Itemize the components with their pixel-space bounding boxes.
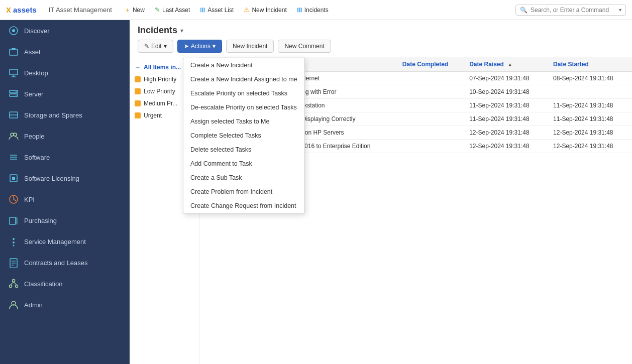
search-bar[interactable]: 🔍 ▾ <box>515 5 626 16</box>
svg-rect-4 <box>10 69 18 75</box>
sidebar-item-storage[interactable]: Storage and Spares <box>0 104 130 126</box>
action-create-change-request[interactable]: Create Change Request from Incident <box>183 199 304 213</box>
content-area: Incidents ▾ ✎ Edit ▾ ➤ Actions ▾ New Inc… <box>130 20 632 364</box>
app-title: IT Asset Management <box>49 6 112 14</box>
svg-point-23 <box>13 238 15 240</box>
search-icon: 🔍 <box>520 7 528 14</box>
urgent-dot <box>135 112 141 118</box>
purchasing-icon <box>8 215 19 226</box>
svg-point-31 <box>10 285 12 288</box>
page-title: Incidents <box>138 25 177 36</box>
cell-date-completed-3 <box>397 112 464 126</box>
nav-new-incident[interactable]: ⚠ New Incident <box>240 4 290 16</box>
actions-arrow-icon: ➤ <box>184 43 189 50</box>
logo-assets: assets <box>13 6 37 14</box>
action-complete-tasks[interactable]: Complete Selected Tasks <box>183 129 304 143</box>
page-header: Incidents ▾ ✎ Edit ▾ ➤ Actions ▾ New Inc… <box>130 20 632 57</box>
sidebar-item-purchasing[interactable]: Purchasing <box>0 210 130 231</box>
cell-date-raised-4: 12-Sep-2024 19:31:48 <box>464 126 548 140</box>
classification-icon <box>8 278 19 289</box>
svg-point-24 <box>13 241 15 244</box>
sidebar-item-admin[interactable]: Admin <box>0 294 130 315</box>
search-input[interactable] <box>531 7 616 14</box>
cell-date-completed-5 <box>397 140 464 153</box>
action-escalate-priority[interactable]: Escalate Priority on selected Tasks <box>183 86 304 100</box>
sidebar-item-contracts[interactable]: Contracts and Leases <box>0 252 130 273</box>
sidebar-item-software[interactable]: Software <box>0 147 130 168</box>
nav-new-label: New <box>133 7 145 14</box>
sidebar-item-discover[interactable]: Discover <box>0 20 130 41</box>
high-priority-dot <box>135 76 141 82</box>
nav-links: ＋ New ✎ Last Asset ⊞ Asset List ⚠ New In… <box>120 4 507 17</box>
sidebar-item-server[interactable]: Server <box>0 83 130 104</box>
page-title-arrow-icon[interactable]: ▾ <box>180 27 183 34</box>
sidebar-item-softlic-label: Software Licensing <box>24 175 79 182</box>
action-create-subtask[interactable]: Create a Sub Task <box>183 171 304 185</box>
nav-new[interactable]: ＋ New <box>120 4 149 17</box>
incidents-icon: ⊞ <box>297 6 302 14</box>
edit-button[interactable]: ✎ Edit ▾ <box>138 40 173 53</box>
cell-date-started-5: 12-Sep-2024 19:31:48 <box>548 140 632 153</box>
sidebar-item-people[interactable]: People <box>0 126 130 147</box>
actions-button[interactable]: ➤ Actions ▾ <box>177 40 222 53</box>
nav-asset-list[interactable]: ⊞ Asset List <box>196 4 238 16</box>
filter-low-label: Low Priority <box>144 88 175 95</box>
cell-date-raised-1: 10-Sep-2024 19:31:48 <box>464 85 548 99</box>
nav-last-asset-label: Last Asset <box>162 7 190 14</box>
action-assign-to-me[interactable]: Assign selected Tasks to Me <box>183 114 304 129</box>
main-layout: Discover Asset Desktop Server Storage an… <box>0 20 632 364</box>
desktop-icon <box>8 67 19 78</box>
top-nav: xassets IT Asset Management ＋ New ✎ Last… <box>0 0 632 20</box>
sidebar-item-kpi-label: KPI <box>24 196 35 203</box>
filter-urgent-label: Urgent <box>144 112 162 119</box>
sidebar-item-storage-label: Storage and Spares <box>24 111 82 119</box>
action-create-problem[interactable]: Create Problem from Incident <box>183 185 304 199</box>
action-add-comment[interactable]: Add Comment to Task <box>183 157 304 171</box>
discover-icon <box>8 25 19 36</box>
new-comment-button[interactable]: New Comment <box>278 40 331 53</box>
admin-icon <box>8 299 19 310</box>
col-date-raised[interactable]: Date Raised ▲ <box>464 57 548 72</box>
edit-pencil-icon: ✎ <box>144 43 149 50</box>
nav-last-asset[interactable]: ✎ Last Asset <box>151 4 194 16</box>
cell-date-completed-2 <box>397 99 464 112</box>
sidebar-item-softlic[interactable]: Software Licensing <box>0 168 130 189</box>
svg-point-14 <box>14 133 17 136</box>
filter-medium-label: Medium Pr... <box>144 100 177 107</box>
service-icon <box>8 236 19 247</box>
sidebar-item-service[interactable]: Service Management <box>0 231 130 252</box>
action-deescalate-priority[interactable]: De-escalate Priority on selected Tasks <box>183 100 304 114</box>
nav-new-incident-label: New Incident <box>252 7 286 14</box>
logo[interactable]: xassets <box>6 5 37 15</box>
logo-x: x <box>6 5 11 15</box>
medium-priority-dot <box>135 100 141 106</box>
sidebar-item-kpi[interactable]: KPI <box>0 189 130 210</box>
cell-date-started-1 <box>548 85 632 99</box>
edit-chevron-icon: ▾ <box>164 43 167 50</box>
col-date-started[interactable]: Date Started <box>548 57 632 72</box>
svg-rect-22 <box>16 217 18 224</box>
cell-date-raised-0: 07-Sep-2024 19:31:48 <box>464 72 548 85</box>
svg-point-1 <box>12 29 15 32</box>
action-create-new-incident[interactable]: Create a New Incident <box>183 58 304 72</box>
sidebar-item-classification[interactable]: Classification <box>0 273 130 294</box>
softlic-icon <box>8 173 19 184</box>
nav-incidents[interactable]: ⊞ Incidents <box>293 4 333 16</box>
toolbar: ✎ Edit ▾ ➤ Actions ▾ New Incident New Co… <box>138 40 624 57</box>
sidebar-item-purchasing-label: Purchasing <box>24 217 57 224</box>
action-delete-tasks[interactable]: Delete selected Tasks <box>183 143 304 157</box>
sidebar-item-desktop[interactable]: Desktop <box>0 62 130 83</box>
action-create-assigned[interactable]: Create a New Incident Assigned to me <box>183 72 304 86</box>
sidebar: Discover Asset Desktop Server Storage an… <box>0 20 130 364</box>
sidebar-item-people-label: People <box>24 133 44 140</box>
sidebar-item-software-label: Software <box>24 154 50 161</box>
col-date-completed[interactable]: Date Completed <box>397 57 464 72</box>
asset-icon <box>8 46 19 57</box>
new-incident-label: New Incident <box>233 43 267 50</box>
new-incident-button[interactable]: New Incident <box>226 40 274 53</box>
svg-point-30 <box>13 280 15 282</box>
sidebar-item-asset[interactable]: Asset <box>0 41 130 62</box>
asset-list-icon: ⊞ <box>200 6 205 14</box>
filter-all-label: All Items in... <box>144 64 181 71</box>
cell-date-completed-0 <box>397 72 464 85</box>
